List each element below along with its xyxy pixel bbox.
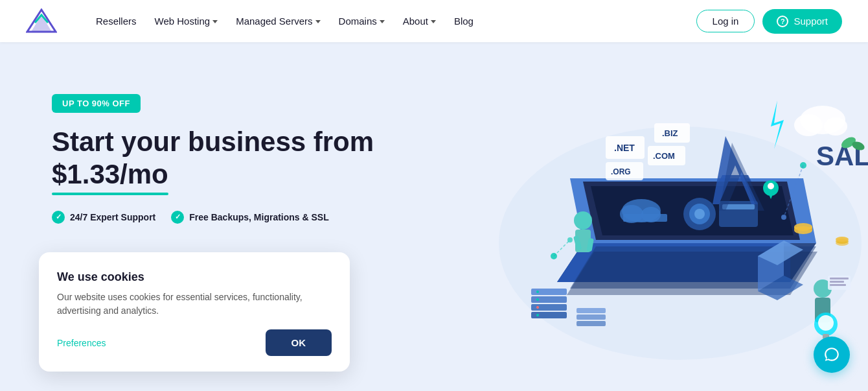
chevron-down-icon bbox=[212, 20, 218, 23]
svg-rect-27 bbox=[577, 308, 606, 313]
nav-item-web-hosting[interactable]: Web Hosting bbox=[147, 10, 226, 32]
preferences-link[interactable]: Preferences bbox=[57, 338, 106, 348]
chevron-down-icon bbox=[431, 20, 436, 23]
nav-actions: Log in ? Support bbox=[696, 9, 842, 34]
hero-section: UP TO 90% OFF Start your business from $… bbox=[0, 42, 868, 391]
svg-rect-29 bbox=[577, 321, 606, 326]
chevron-down-icon bbox=[315, 20, 321, 23]
svg-text:.BIZ: .BIZ bbox=[662, 128, 678, 138]
logo[interactable] bbox=[26, 8, 57, 34]
svg-point-63 bbox=[818, 315, 834, 331]
nav-links: Resellers Web Hosting Managed Servers Do… bbox=[88, 10, 676, 32]
cookie-text: Our website uses cookies for essential s… bbox=[57, 290, 332, 318]
svg-point-23 bbox=[536, 290, 539, 293]
svg-point-70 bbox=[836, 237, 849, 242]
svg-point-26 bbox=[536, 314, 539, 316]
svg-rect-59 bbox=[830, 278, 849, 279]
svg-point-12 bbox=[694, 209, 705, 219]
feature-item-backups: ✓ Free Backups, Migrations & SSL bbox=[171, 211, 329, 224]
check-icon: ✓ bbox=[52, 211, 65, 224]
svg-point-67 bbox=[794, 223, 812, 231]
hero-features: ✓ 24/7 Expert Support ✓ Free Backups, Mi… bbox=[52, 211, 374, 224]
chat-button[interactable] bbox=[814, 337, 850, 373]
cookie-footer: Preferences OK bbox=[57, 329, 332, 356]
nav-item-about[interactable]: About bbox=[395, 10, 444, 32]
cookie-title: We use cookies bbox=[57, 270, 332, 284]
svg-marker-33 bbox=[771, 101, 784, 149]
svg-point-35 bbox=[794, 114, 823, 136]
cookie-banner: We use cookies Our website uses cookies … bbox=[39, 252, 350, 372]
support-button[interactable]: ? Support bbox=[762, 9, 842, 34]
chevron-down-icon bbox=[380, 20, 385, 23]
login-button[interactable]: Log in bbox=[696, 10, 755, 32]
svg-rect-28 bbox=[577, 314, 606, 320]
chat-icon bbox=[823, 346, 840, 363]
hero-illustration: SALE .NET .BIZ .COM .ORG bbox=[440, 42, 868, 386]
svg-point-24 bbox=[536, 298, 539, 301]
svg-rect-61 bbox=[830, 284, 846, 286]
ok-button[interactable]: OK bbox=[266, 329, 332, 356]
svg-point-50 bbox=[768, 183, 774, 189]
support-icon: ? bbox=[777, 16, 788, 27]
nav-item-managed-servers[interactable]: Managed Servers bbox=[228, 10, 328, 32]
svg-text:.NET: .NET bbox=[614, 143, 635, 153]
feature-item-support: ✓ 24/7 Expert Support bbox=[52, 211, 155, 224]
hero-title: Start your business from $1.33/mo bbox=[52, 126, 374, 191]
svg-text:.COM: .COM bbox=[653, 151, 675, 161]
check-icon: ✓ bbox=[171, 211, 184, 224]
svg-text:.ORG: .ORG bbox=[611, 167, 631, 176]
svg-point-36 bbox=[824, 117, 847, 136]
nav-item-resellers[interactable]: Resellers bbox=[88, 10, 144, 32]
hero-content: UP TO 90% OFF Start your business from $… bbox=[52, 81, 374, 244]
nav-item-blog[interactable]: Blog bbox=[446, 10, 481, 32]
svg-rect-18 bbox=[623, 214, 667, 222]
svg-point-52 bbox=[574, 211, 592, 230]
svg-point-25 bbox=[536, 306, 539, 309]
promo-badge: UP TO 90% OFF bbox=[52, 94, 141, 113]
nav-item-domains[interactable]: Domains bbox=[331, 10, 393, 32]
navbar: Resellers Web Hosting Managed Servers Do… bbox=[0, 0, 868, 42]
svg-marker-1 bbox=[31, 15, 52, 32]
svg-rect-60 bbox=[830, 281, 844, 283]
